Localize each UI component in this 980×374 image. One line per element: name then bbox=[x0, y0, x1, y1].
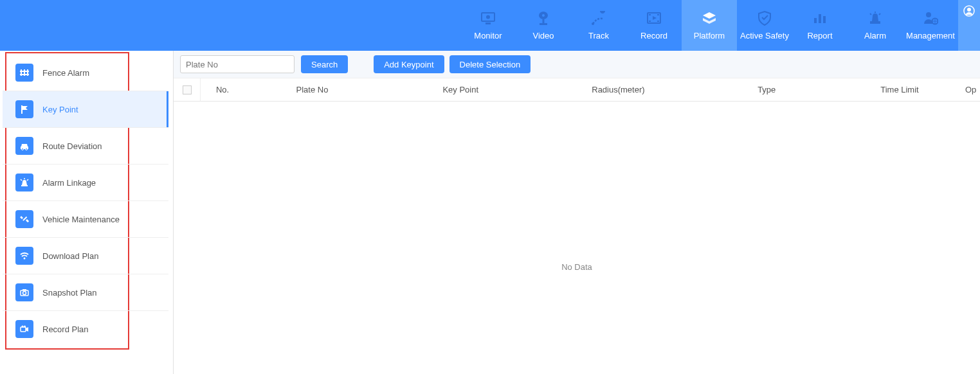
nav-tab-management[interactable]: Management bbox=[903, 0, 958, 51]
column-type: Type bbox=[696, 85, 838, 94]
nav-tab-track[interactable]: Track bbox=[571, 0, 626, 51]
user-icon bbox=[963, 5, 975, 17]
svg-rect-17 bbox=[870, 21, 880, 24]
user-menu[interactable] bbox=[958, 0, 980, 51]
sidebar-item-download-plan[interactable]: Download Plan bbox=[3, 238, 168, 274]
svg-line-37 bbox=[21, 179, 22, 181]
nav-label: Platform bbox=[694, 31, 725, 40]
svg-point-7 bbox=[592, 22, 594, 25]
main-content: Search Add Keypoint Delete Selection No.… bbox=[174, 51, 980, 374]
sidebar-item-vehicle-maintenance[interactable]: Vehicle Maintenance bbox=[3, 201, 168, 238]
nav-tab-monitor[interactable]: Monitor bbox=[460, 0, 516, 51]
column-plate: Plate No bbox=[244, 85, 381, 94]
svg-rect-42 bbox=[23, 289, 26, 290]
svg-rect-15 bbox=[819, 14, 821, 23]
siren-icon bbox=[15, 174, 33, 191]
nav-tab-video[interactable]: Video bbox=[516, 0, 571, 51]
video-icon bbox=[536, 10, 551, 26]
svg-point-26 bbox=[967, 8, 971, 12]
sidebar-item-route-deviation[interactable]: Route Deviation bbox=[3, 128, 168, 165]
sidebar-item-alarm-linkage[interactable]: Alarm Linkage bbox=[3, 165, 168, 201]
toolbar: Search Add Keypoint Delete Selection bbox=[174, 51, 980, 78]
svg-rect-2 bbox=[485, 22, 491, 24]
search-button[interactable]: Search bbox=[301, 55, 348, 73]
nav-label: Video bbox=[532, 31, 554, 40]
fence-icon bbox=[15, 64, 33, 82]
sidebar-item-label: Vehicle Maintenance bbox=[42, 215, 120, 224]
plate-no-input[interactable] bbox=[180, 55, 295, 73]
tools-icon bbox=[15, 210, 33, 228]
nav-label: Alarm bbox=[864, 31, 886, 40]
sidebar-highlight-box: Fence Alarm Key Point Route Deviation Al… bbox=[5, 52, 129, 350]
nav-tab-platform[interactable]: Platform bbox=[682, 0, 737, 51]
sidebar-item-label: Key Point bbox=[42, 105, 78, 114]
svg-line-38 bbox=[27, 179, 28, 181]
top-header: Monitor Video Track Record Platform bbox=[0, 0, 980, 51]
nav-tab-active-safety[interactable]: Active Safety bbox=[737, 0, 792, 51]
column-op: Op bbox=[961, 85, 980, 94]
nav-tab-report[interactable]: Report bbox=[792, 0, 848, 51]
svg-point-34 bbox=[26, 148, 28, 150]
wifi-icon bbox=[15, 247, 33, 265]
svg-line-20 bbox=[879, 13, 880, 15]
svg-rect-16 bbox=[823, 16, 826, 23]
column-timelimit: Time Limit bbox=[838, 85, 961, 94]
svg-point-1 bbox=[486, 15, 490, 19]
svg-point-21 bbox=[926, 12, 931, 17]
nav-label: Management bbox=[906, 31, 955, 40]
nav-tabs: Monitor Video Track Record Platform bbox=[460, 0, 958, 51]
table-header: No. Plate No Key Point Radius(meter) Typ… bbox=[174, 78, 980, 102]
select-all-checkbox[interactable] bbox=[174, 78, 201, 101]
nav-label: Report bbox=[807, 31, 832, 40]
platform-icon bbox=[702, 10, 717, 26]
svg-rect-9 bbox=[649, 14, 651, 15]
column-no: No. bbox=[201, 85, 244, 94]
sidebar-item-key-point[interactable]: Key Point bbox=[3, 91, 168, 128]
delete-selection-button[interactable]: Delete Selection bbox=[449, 55, 531, 73]
record-icon bbox=[646, 10, 662, 26]
svg-rect-11 bbox=[649, 21, 651, 22]
sidebar-item-label: Alarm Linkage bbox=[42, 178, 96, 188]
svg-rect-6 bbox=[540, 23, 547, 25]
add-keypoint-button[interactable]: Add Keypoint bbox=[374, 55, 444, 73]
nav-label: Monitor bbox=[474, 31, 502, 40]
shield-icon bbox=[757, 10, 772, 26]
camera-icon bbox=[15, 283, 33, 301]
svg-point-40 bbox=[24, 258, 26, 260]
sidebar: Fence Alarm Key Point Route Deviation Al… bbox=[0, 51, 174, 374]
svg-rect-12 bbox=[657, 21, 659, 22]
svg-point-4 bbox=[542, 14, 545, 17]
videocam-icon bbox=[15, 320, 33, 338]
nav-label: Active Safety bbox=[740, 31, 789, 40]
nav-tab-record[interactable]: Record bbox=[626, 0, 682, 51]
svg-rect-44 bbox=[21, 327, 26, 332]
svg-rect-31 bbox=[20, 74, 29, 75]
car-icon bbox=[15, 137, 33, 155]
column-radius: Radius(meter) bbox=[541, 85, 695, 94]
column-keypoint: Key Point bbox=[380, 85, 541, 94]
nav-label: Track bbox=[588, 31, 609, 40]
track-icon bbox=[591, 10, 606, 26]
svg-rect-30 bbox=[20, 71, 29, 72]
sidebar-item-label: Route Deviation bbox=[42, 141, 102, 151]
management-icon bbox=[923, 10, 938, 26]
svg-point-33 bbox=[22, 148, 24, 150]
alarm-icon bbox=[867, 10, 883, 26]
sidebar-item-snapshot-plan[interactable]: Snapshot Plan bbox=[3, 274, 168, 311]
svg-point-43 bbox=[23, 292, 26, 295]
svg-line-19 bbox=[870, 13, 871, 15]
sidebar-item-label: Record Plan bbox=[42, 325, 89, 334]
sidebar-item-label: Snapshot Plan bbox=[42, 288, 97, 298]
sidebar-item-record-plan[interactable]: Record Plan bbox=[3, 311, 168, 347]
nav-tab-alarm[interactable]: Alarm bbox=[848, 0, 903, 51]
svg-marker-13 bbox=[653, 16, 657, 20]
sidebar-item-label: Download Plan bbox=[42, 251, 98, 261]
svg-rect-5 bbox=[543, 19, 545, 23]
report-icon bbox=[812, 10, 828, 26]
monitor-icon bbox=[480, 10, 496, 26]
sidebar-item-label: Fence Alarm bbox=[42, 68, 89, 78]
sidebar-item-fence-alarm[interactable]: Fence Alarm bbox=[3, 55, 168, 91]
svg-rect-10 bbox=[657, 14, 659, 15]
flag-icon bbox=[15, 100, 33, 118]
no-data-message: No Data bbox=[174, 102, 980, 272]
